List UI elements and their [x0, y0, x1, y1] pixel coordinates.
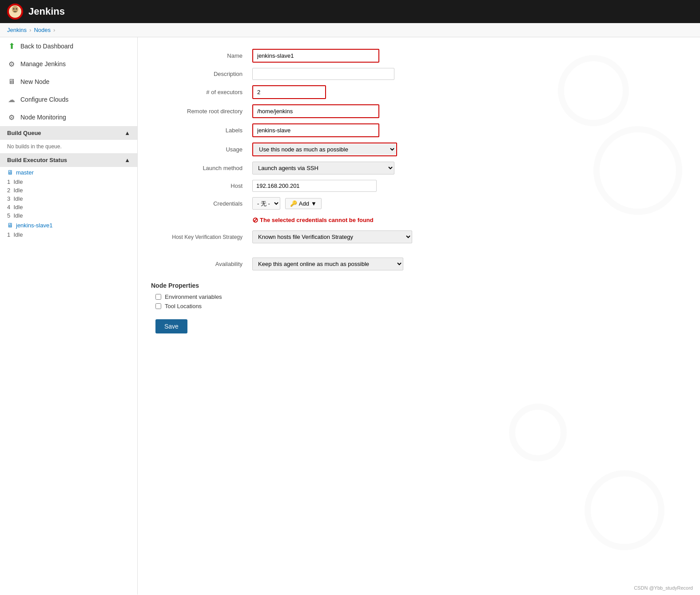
- node-monitoring-label: Node Monitoring: [20, 114, 66, 121]
- configure-clouds-icon: ☁: [7, 95, 16, 104]
- breadcrumb-jenkins[interactable]: Jenkins: [7, 27, 27, 33]
- description-input[interactable]: [252, 68, 394, 80]
- master-executor-5: 5 Idle: [0, 211, 137, 220]
- master-label: master: [16, 169, 34, 176]
- build-executor-header[interactable]: Build Executor Status ▲: [0, 153, 137, 167]
- remote-root-input[interactable]: [254, 106, 378, 117]
- master-link[interactable]: 🖥 master: [0, 167, 137, 178]
- sidebar-item-back-dashboard[interactable]: ⬆ Back to Dashboard: [0, 37, 137, 55]
- description-label: Description: [151, 65, 249, 83]
- error-text-label: The selected credentials cannot be found: [260, 217, 374, 223]
- build-executor-collapse-icon: ▲: [124, 157, 130, 163]
- build-queue-collapse-icon: ▲: [124, 130, 130, 136]
- labels-label: Labels: [151, 121, 249, 140]
- launch-method-row: Launch method Launch agents via SSH: [151, 159, 687, 177]
- usage-select-wrapper: Use this node as much as possible Only b…: [252, 143, 397, 156]
- build-queue-header[interactable]: Build Queue ▲: [0, 126, 137, 140]
- slave1-executor-1: 1 Idle: [0, 230, 137, 239]
- build-queue-empty: No builds in the queue.: [7, 143, 62, 150]
- credentials-select[interactable]: - 无 -: [252, 197, 280, 210]
- availability-select[interactable]: Keep this agent online as much as possib…: [252, 258, 403, 270]
- launch-method-label: Launch method: [151, 159, 249, 177]
- usage-row: Usage Use this node as much as possible …: [151, 140, 687, 159]
- availability-label: Availability: [151, 255, 249, 273]
- watermark-3: [509, 404, 567, 461]
- remote-root-label: Remote root directory: [151, 102, 249, 121]
- host-row: Host: [151, 177, 687, 194]
- env-vars-row: Environment variables: [151, 294, 687, 300]
- host-input[interactable]: [252, 180, 377, 192]
- new-node-icon: 🖥: [7, 77, 16, 86]
- credentials-error-row: ⊘ The selected credentials cannot be fou…: [151, 212, 687, 228]
- node-monitoring-icon: ⚙: [7, 113, 16, 122]
- watermark-4: [585, 470, 664, 550]
- usage-label: Usage: [151, 140, 249, 159]
- config-form: Name Description # of execut: [151, 46, 687, 273]
- host-key-label: Host Key Verification Strategy: [151, 228, 249, 246]
- sidebar-item-manage-jenkins[interactable]: ⚙ Manage Jenkins: [0, 55, 137, 73]
- name-input[interactable]: [254, 50, 378, 61]
- labels-value-cell: [249, 121, 687, 140]
- build-queue-body: No builds in the queue.: [0, 140, 137, 153]
- sidebar-nav: ⬆ Back to Dashboard ⚙ Manage Jenkins 🖥 N…: [0, 37, 137, 126]
- header: Jenkins: [0, 0, 700, 23]
- credentials-error-message: ⊘ The selected credentials cannot be fou…: [252, 215, 683, 225]
- master-executor-4: 4 Idle: [0, 203, 137, 211]
- back-dashboard-icon: ⬆: [7, 42, 16, 51]
- tool-locations-row: Tool Locations: [151, 303, 687, 309]
- availability-row: Availability Keep this agent online as m…: [151, 255, 687, 273]
- sidebar-item-node-monitoring[interactable]: ⚙ Node Monitoring: [0, 108, 137, 126]
- jenkins-logo: [7, 4, 23, 20]
- footer-watermark: CSDN @Ybb_studyRecord: [634, 585, 693, 591]
- sidebar-item-configure-clouds[interactable]: ☁ Configure Clouds: [0, 91, 137, 108]
- labels-row: Labels: [151, 121, 687, 140]
- build-executor-title: Build Executor Status: [7, 157, 67, 163]
- add-label: Add: [299, 200, 309, 207]
- labels-input-wrapper: [252, 123, 379, 137]
- sidebar-item-new-node[interactable]: 🖥 New Node: [0, 73, 137, 91]
- executors-input-wrapper: [252, 85, 326, 99]
- breadcrumb-sep-2: ›: [53, 27, 55, 33]
- add-dropdown-icon: ▼: [311, 200, 317, 207]
- credentials-value-cell: - 无 - 🔑 Add ▼: [249, 194, 687, 212]
- credentials-label: Credentials: [151, 194, 249, 212]
- host-key-select[interactable]: Known hosts file Verification Strategy: [252, 230, 412, 243]
- spacer-row: [151, 246, 687, 255]
- executors-value-cell: [249, 83, 687, 102]
- tool-locations-checkbox[interactable]: [155, 303, 161, 309]
- new-node-label: New Node: [20, 78, 49, 85]
- breadcrumb-nodes[interactable]: Nodes: [34, 27, 51, 33]
- save-button[interactable]: Save: [155, 319, 187, 333]
- launch-method-value-cell: Launch agents via SSH: [249, 159, 687, 177]
- host-key-row: Host Key Verification Strategy Known hos…: [151, 228, 687, 246]
- host-label: Host: [151, 177, 249, 194]
- labels-input[interactable]: [254, 125, 378, 136]
- executors-label: # of executors: [151, 83, 249, 102]
- tool-locations-label: Tool Locations: [165, 303, 202, 309]
- remote-root-row: Remote root directory: [151, 102, 687, 121]
- node-props-title: Node Properties: [151, 282, 687, 289]
- manage-jenkins-icon: ⚙: [7, 60, 16, 68]
- name-value-cell: [249, 46, 687, 65]
- key-icon: 🔑: [290, 200, 297, 207]
- usage-value-cell: Use this node as much as possible Only b…: [249, 140, 687, 159]
- credentials-row: Credentials - 无 - 🔑 Add ▼: [151, 194, 687, 212]
- launch-method-select[interactable]: Launch agents via SSH: [252, 162, 394, 175]
- error-circle-icon: ⊘: [252, 216, 258, 224]
- env-vars-checkbox[interactable]: [155, 294, 161, 300]
- host-key-value-cell: Known hosts file Verification Strategy: [249, 228, 687, 246]
- name-row: Name: [151, 46, 687, 65]
- slave1-link[interactable]: 🖥 jenkins-slave1: [0, 220, 137, 230]
- env-vars-label: Environment variables: [165, 294, 222, 300]
- remote-root-input-wrapper: [252, 104, 379, 118]
- master-monitor-icon: 🖥: [7, 169, 13, 176]
- usage-select[interactable]: Use this node as much as possible Only b…: [254, 144, 396, 155]
- back-dashboard-label: Back to Dashboard: [20, 43, 73, 50]
- breadcrumb-sep-1: ›: [29, 27, 31, 33]
- credentials-add-button[interactable]: 🔑 Add ▼: [285, 198, 322, 209]
- executors-input[interactable]: [254, 87, 325, 98]
- name-input-wrapper: [252, 49, 379, 63]
- host-value-cell: [249, 177, 687, 194]
- master-executor-3: 3 Idle: [0, 194, 137, 203]
- main-content: Name Description # of execut: [138, 37, 700, 595]
